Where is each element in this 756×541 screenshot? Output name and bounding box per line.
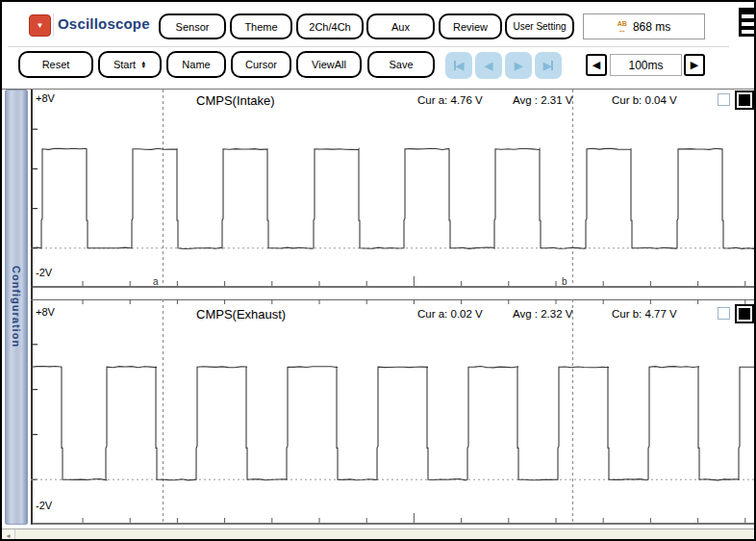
channel-1-cursor-b-value: Cur b: 0.04 V	[612, 94, 677, 106]
save-button[interactable]: Save	[367, 51, 435, 78]
configuration-tab[interactable]: Configuration	[5, 90, 28, 525]
timebase-increase-button[interactable]: ▶	[684, 54, 705, 76]
channel-mode-button[interactable]: 2Ch/4Ch	[296, 13, 364, 39]
timebase-decrease-button[interactable]: ◀	[586, 54, 607, 76]
previous-icon: ◀	[485, 60, 492, 72]
channel-1-maximize-button[interactable]	[735, 90, 754, 110]
dropdown-icon: ▼	[37, 21, 44, 30]
start-spinner-icon: ▲▼	[140, 61, 146, 68]
last-bar-icon	[551, 61, 553, 70]
titlebar-divider	[53, 13, 54, 37]
start-button[interactable]: Start ▲▼	[98, 51, 162, 78]
oscilloscope-window: ▼ Oscilloscope Sensor Theme 2Ch/4Ch Aux …	[0, 0, 756, 541]
go-next-button[interactable]: ▶	[505, 52, 532, 79]
channel-2-plot[interactable]	[31, 299, 754, 525]
left-arrow-icon: ◀	[592, 59, 600, 71]
trigger-time-value: 868 ms	[633, 20, 670, 34]
channel-2-cursor-b-value: Cur b: 4.77 V	[612, 308, 677, 320]
cursor-button[interactable]: Cursor	[231, 51, 291, 78]
trigger-time-display: AB↔ 868 ms	[583, 13, 705, 39]
timebase-value: 100ms	[610, 54, 682, 76]
list-menu-icon[interactable]	[739, 8, 756, 37]
channel-1-plot[interactable]	[31, 90, 754, 288]
last-icon: ▶	[543, 60, 551, 72]
sensor-button[interactable]: Sensor	[159, 13, 226, 39]
channel-2-vmax-label: +8V	[36, 306, 55, 318]
cursor-a-label[interactable]: a	[153, 276, 159, 287]
channel-1-avg-value: Avg : 2.31 V	[513, 94, 572, 106]
configuration-tab-label: Configuration	[11, 266, 22, 348]
horizontal-scrollbar[interactable]: ◂	[2, 528, 754, 541]
first-icon: ◀	[456, 60, 464, 72]
titlebar-separator	[8, 46, 729, 47]
page-title: Oscilloscope	[58, 15, 150, 32]
channel-2-vmin-label: -2V	[36, 500, 52, 511]
channel-2-avg-value: Avg : 2.32 V	[513, 308, 572, 320]
cursor-b-label[interactable]: b	[562, 276, 567, 287]
aux-button[interactable]: Aux	[366, 13, 435, 39]
name-button[interactable]: Name	[166, 51, 226, 78]
channel-1-vmax-label: +8V	[36, 92, 55, 104]
next-icon: ▶	[515, 60, 522, 72]
channel-2-maximize-button[interactable]	[735, 304, 754, 323]
app-menu-button[interactable]: ▼	[29, 14, 51, 37]
channel-2-cursor-a-value: Cur a: 0.02 V	[417, 308, 483, 320]
channel-2-panel: +8V CMPS(Exhaust) Cur a: 0.02 V Avg : 2.…	[31, 299, 754, 525]
channel-1-vmin-label: -2V	[36, 267, 52, 278]
go-first-button[interactable]: ◀	[445, 52, 472, 79]
go-previous-button[interactable]: ◀	[475, 52, 502, 79]
channel-2-title: CMPS(Exhaust)	[196, 307, 286, 322]
reset-button[interactable]: Reset	[18, 51, 93, 78]
channel-1-title: CMPS(Intake)	[196, 93, 275, 108]
scroll-left-button[interactable]: ◂	[2, 529, 15, 541]
viewall-button[interactable]: ViewAll	[296, 51, 362, 78]
theme-button[interactable]: Theme	[230, 13, 292, 39]
user-setting-button[interactable]: User Setting	[505, 13, 574, 39]
review-button[interactable]: Review	[439, 13, 502, 39]
ab-measure-icon: AB↔	[617, 21, 627, 33]
channel-1-checkbox[interactable]	[718, 93, 730, 106]
channel-1-panel: +8V CMPS(Intake) Cur a: 4.76 V Avg : 2.3…	[31, 90, 754, 288]
scroll-left-icon: ◂	[6, 531, 10, 540]
go-last-button[interactable]: ▶	[535, 52, 562, 79]
channel-2-checkbox[interactable]	[718, 307, 730, 320]
right-arrow-icon: ▶	[691, 59, 698, 71]
channel-1-cursor-a-value: Cur a: 4.76 V	[417, 94, 483, 106]
